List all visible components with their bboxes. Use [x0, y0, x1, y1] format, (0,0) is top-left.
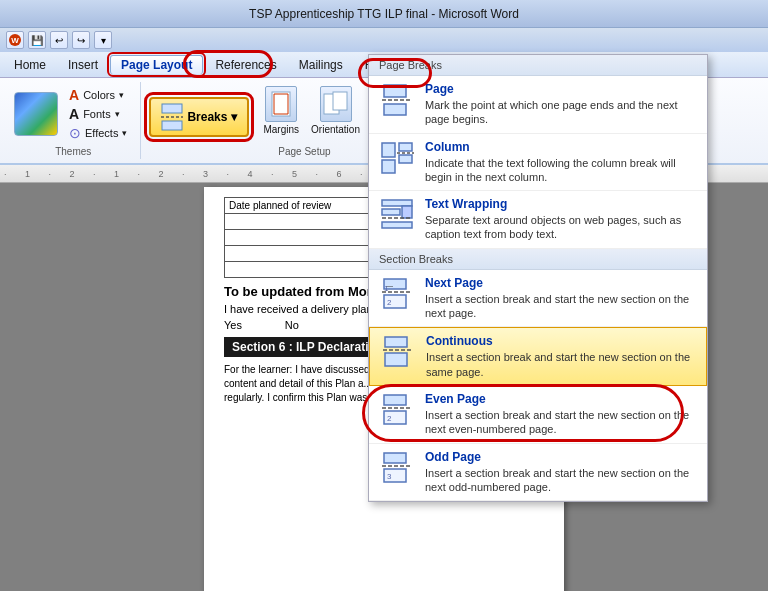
svg-rect-20	[399, 143, 412, 151]
breaks-dropdown: Page Breaks Page Mark the point at which…	[368, 54, 708, 502]
continuous-title: Continuous	[426, 334, 696, 348]
svg-rect-18	[384, 104, 406, 115]
themes-group-label: Themes	[55, 144, 91, 157]
margins-button[interactable]: Margins	[259, 84, 303, 137]
odd-page-desc: Insert a section break and start the new…	[425, 466, 697, 495]
svg-rect-25	[382, 209, 400, 215]
title-bar: TSP Apprenticeship TTG ILP final - Micro…	[0, 0, 768, 28]
svg-rect-42	[384, 453, 406, 463]
svg-rect-26	[402, 206, 412, 218]
themes-options: A Colors ▾ A Fonts ▾ ⊙ Effects ▾	[64, 84, 132, 144]
dropdown-item-text-wrapping[interactable]: Text Wrapping Separate text around objec…	[369, 191, 707, 249]
column-item-desc: Indicate that the text following the col…	[425, 156, 697, 185]
column-break-icon	[379, 140, 415, 176]
continuous-desc: Insert a section break and start the new…	[426, 350, 696, 379]
even-page-icon: 2	[379, 392, 415, 428]
svg-rect-19	[382, 143, 395, 157]
orientation-button[interactable]: Orientation	[307, 84, 364, 137]
title-text: TSP Apprenticeship TTG ILP final - Micro…	[249, 7, 519, 21]
svg-rect-28	[382, 222, 412, 228]
section-breaks-header: Section Breaks	[369, 249, 707, 270]
customize-btn[interactable]: ▾	[94, 31, 112, 49]
menu-page-layout[interactable]: Page Layout	[110, 55, 203, 74]
svg-rect-22	[399, 155, 412, 163]
column-item-title: Column	[425, 140, 697, 154]
dropdown-item-page[interactable]: Page Mark the point at which one page en…	[369, 76, 707, 134]
svg-rect-11	[333, 92, 347, 110]
svg-text:2: 2	[387, 298, 392, 307]
svg-text:W: W	[11, 36, 19, 45]
svg-rect-2	[162, 104, 182, 113]
fonts-button[interactable]: A Fonts ▾	[66, 105, 130, 123]
svg-rect-35	[385, 337, 407, 347]
svg-rect-5	[272, 92, 290, 116]
page-setup-label: Page Setup	[278, 144, 330, 157]
svg-rect-38	[384, 395, 406, 405]
dropdown-item-odd-page[interactable]: 3 Odd Page Insert a section break and st…	[369, 444, 707, 502]
svg-rect-4	[162, 121, 182, 130]
themes-group: A Colors ▾ A Fonts ▾ ⊙ Effects ▾ Themes	[6, 82, 141, 159]
next-page-desc: Insert a section break and start the new…	[425, 292, 697, 321]
menu-mailings[interactable]: Mailings	[289, 56, 353, 74]
svg-rect-16	[384, 85, 406, 97]
dropdown-item-next-page[interactable]: — 1 2 Next Page Insert a section break a…	[369, 270, 707, 328]
even-page-desc: Insert a section break and start the new…	[425, 408, 697, 437]
menu-insert[interactable]: Insert	[58, 56, 108, 74]
redo-btn[interactable]: ↪	[72, 31, 90, 49]
menu-references[interactable]: References	[205, 56, 286, 74]
page-breaks-header: Page Breaks	[369, 55, 707, 76]
odd-page-title: Odd Page	[425, 450, 697, 464]
dropdown-item-continuous[interactable]: Continuous Insert a section break and st…	[369, 327, 707, 386]
svg-text:2: 2	[387, 414, 392, 423]
save-btn[interactable]: 💾	[28, 31, 46, 49]
odd-page-icon: 3	[379, 450, 415, 486]
page-break-icon	[379, 82, 415, 118]
colors-button[interactable]: A Colors ▾	[66, 86, 130, 104]
svg-text:1: 1	[384, 284, 389, 293]
dropdown-item-column[interactable]: Column Indicate that the text following …	[369, 134, 707, 192]
next-page-title: Next Page	[425, 276, 697, 290]
svg-rect-23	[382, 160, 395, 173]
page-item-title: Page	[425, 82, 697, 96]
page-item-desc: Mark the point at which one page ends an…	[425, 98, 697, 127]
breaks-button[interactable]: Breaks ▾	[149, 97, 249, 137]
effects-button[interactable]: ⊙ Effects ▾	[66, 124, 130, 142]
even-page-title: Even Page	[425, 392, 697, 406]
undo-btn[interactable]: ↩	[50, 31, 68, 49]
svg-text:3: 3	[387, 472, 392, 481]
svg-rect-37	[385, 353, 407, 366]
wrap-item-title: Text Wrapping	[425, 197, 697, 211]
wrap-item-desc: Separate text around objects on web page…	[425, 213, 697, 242]
svg-rect-24	[382, 200, 412, 206]
continuous-icon	[380, 334, 416, 370]
dropdown-item-even-page[interactable]: 2 Even Page Insert a section break and s…	[369, 386, 707, 444]
quick-access-toolbar: W 💾 ↩ ↪ ▾	[0, 28, 768, 52]
text-wrap-icon	[379, 197, 415, 233]
menu-home[interactable]: Home	[4, 56, 56, 74]
next-page-icon: — 1 2	[379, 276, 415, 312]
office-button[interactable]: W	[6, 31, 24, 49]
